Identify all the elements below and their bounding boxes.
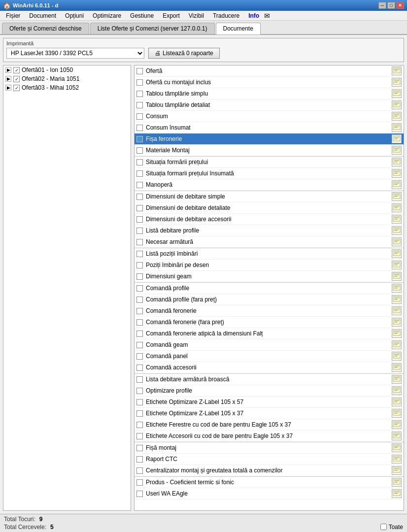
report-settings-icon-20[interactable] (392, 295, 402, 304)
report-item-29[interactable]: Etichete Optimizare Z-Label 105 x 57 (135, 397, 404, 408)
tree-expand-2[interactable]: ▶ (5, 85, 11, 91)
report-settings-icon-6[interactable] (392, 134, 402, 143)
report-checkbox-16[interactable] (136, 251, 143, 257)
report-checkbox-31[interactable] (136, 422, 143, 428)
report-settings-icon-7[interactable] (392, 146, 402, 155)
report-settings-icon-30[interactable] (392, 409, 402, 418)
report-checkbox-32[interactable] (136, 433, 143, 439)
report-settings-icon-35[interactable] (392, 466, 402, 475)
report-checkbox-29[interactable] (136, 399, 143, 405)
list-button[interactable]: 🖨 Listează 0 rapoarte (148, 48, 220, 59)
report-settings-icon-5[interactable] (392, 123, 402, 132)
menu-export[interactable]: Export (159, 11, 184, 20)
report-item-14[interactable]: Listă debitare profile (135, 225, 404, 236)
report-item-30[interactable]: Etichete Optimizare Z-Label 105 x 37 (135, 408, 404, 419)
report-checkbox-21[interactable] (136, 308, 143, 314)
report-checkbox-22[interactable] (136, 319, 143, 326)
report-settings-icon-14[interactable] (392, 226, 402, 235)
tree-expand-0[interactable]: ▶ (5, 67, 11, 73)
report-checkbox-34[interactable] (136, 456, 143, 463)
report-checkbox-25[interactable] (136, 353, 143, 360)
report-settings-icon-15[interactable] (392, 237, 402, 246)
report-settings-icon-23[interactable] (392, 329, 402, 338)
report-settings-icon-3[interactable] (392, 100, 402, 109)
menu-document[interactable]: Document (25, 11, 60, 20)
report-settings-icon-24[interactable] (392, 340, 402, 349)
toate-checkbox[interactable] (380, 524, 387, 530)
report-checkbox-37[interactable] (136, 491, 143, 497)
report-settings-icon-18[interactable] (392, 272, 402, 281)
report-checkbox-10[interactable] (136, 182, 143, 188)
report-item-5[interactable]: Consum însumat (135, 122, 404, 133)
report-settings-icon-17[interactable] (392, 261, 402, 269)
maximize-button[interactable]: □ (387, 2, 395, 9)
tab-liste-oferte[interactable]: Liste Oferte și Comenzi (server 127.0.0.… (90, 23, 215, 34)
report-item-22[interactable]: Comandă feronerie (fara preț) (135, 317, 404, 328)
report-checkbox-33[interactable] (136, 445, 143, 451)
report-settings-icon-36[interactable] (392, 478, 402, 487)
report-settings-icon-4[interactable] (392, 112, 402, 121)
report-checkbox-20[interactable] (136, 297, 143, 303)
report-settings-icon-26[interactable] (392, 363, 402, 372)
report-item-19[interactable]: Comandă profile (135, 282, 404, 294)
report-settings-icon-31[interactable] (392, 420, 402, 429)
menu-fisier[interactable]: Fișier (2, 11, 24, 20)
report-item-7[interactable]: Materiale Montaj (135, 145, 404, 156)
report-checkbox-27[interactable] (136, 376, 143, 383)
close-button[interactable]: ✕ (396, 2, 404, 9)
report-settings-icon-13[interactable] (392, 215, 402, 224)
report-item-20[interactable]: Comandă profile (fara preț) (135, 294, 404, 305)
report-settings-icon-1[interactable] (392, 78, 402, 87)
minimize-button[interactable]: ─ (378, 2, 386, 9)
tree-item-0[interactable]: ▶ Ofertă01 - Ion 1050 (3, 66, 131, 74)
report-checkbox-19[interactable] (136, 285, 143, 292)
report-item-32[interactable]: Etichete Accesorii cu cod de bare pentru… (135, 431, 404, 442)
report-item-25[interactable]: Comandă panel (135, 351, 404, 362)
report-item-13[interactable]: Dimensiuni de debitare accesorii (135, 214, 404, 225)
report-item-6[interactable]: Fișa feronerie (135, 133, 404, 145)
report-item-27[interactable]: Lista debitare armătură broască (135, 373, 404, 385)
report-item-35[interactable]: Centralizator montaj și greutatea totală… (135, 465, 404, 476)
report-item-24[interactable]: Comandă geam (135, 339, 404, 351)
report-settings-icon-29[interactable] (392, 398, 402, 406)
menu-optimizare[interactable]: Optimizare (89, 11, 125, 20)
menu-info[interactable]: Info (244, 11, 263, 20)
report-checkbox-24[interactable] (136, 342, 143, 348)
report-item-8[interactable]: Situația formării prețului (135, 156, 404, 168)
report-checkbox-28[interactable] (136, 388, 143, 394)
report-item-28[interactable]: Optimizare profile (135, 385, 404, 397)
report-settings-icon-9[interactable] (392, 169, 402, 178)
report-settings-icon-19[interactable] (392, 284, 402, 293)
report-checkbox-18[interactable] (136, 273, 143, 280)
report-settings-icon-12[interactable] (392, 203, 402, 212)
report-item-16[interactable]: Listă poziții îmbinări (135, 248, 404, 260)
report-checkbox-36[interactable] (136, 479, 143, 486)
report-settings-icon-16[interactable] (392, 249, 402, 258)
report-settings-icon-27[interactable] (392, 375, 402, 384)
report-item-26[interactable]: Comandă accesorii (135, 362, 404, 373)
menu-vizibil[interactable]: Vizibil (185, 11, 208, 20)
tree-item-2[interactable]: ▶ Ofertă03 - Mihai 1052 (3, 83, 131, 92)
report-item-3[interactable]: Tablou tâmplărie detaliat (135, 100, 404, 111)
report-item-0[interactable]: Ofertă (135, 66, 404, 77)
report-item-21[interactable]: Comandă feronerie (135, 305, 404, 317)
report-checkbox-3[interactable] (136, 102, 143, 108)
report-item-2[interactable]: Tablou tâmplărie simplu (135, 88, 404, 100)
report-item-36[interactable]: Produs - Coeficient termic si fonic (135, 476, 404, 488)
report-checkbox-4[interactable] (136, 113, 143, 120)
report-item-37[interactable]: Useri WA EAgle (135, 488, 404, 499)
menu-gestiune[interactable]: Gestiune (126, 11, 158, 20)
report-settings-icon-22[interactable] (392, 318, 402, 327)
report-checkbox-0[interactable] (136, 68, 143, 74)
report-item-18[interactable]: Dimensiuni geam (135, 271, 404, 282)
report-checkbox-35[interactable] (136, 467, 143, 474)
report-checkbox-7[interactable] (136, 147, 143, 154)
report-item-11[interactable]: Dimensiuni de debitare simple (135, 191, 404, 202)
report-checkbox-13[interactable] (136, 216, 143, 223)
report-checkbox-2[interactable] (136, 91, 143, 97)
report-item-12[interactable]: Dimensiuni de debitare detaliate (135, 202, 404, 214)
report-item-23[interactable]: Comandă feronerie atipică la dimensiuni … (135, 328, 404, 339)
report-checkbox-12[interactable] (136, 205, 143, 211)
report-item-1[interactable]: Ofertă cu montajul inclus (135, 77, 404, 88)
report-checkbox-1[interactable] (136, 79, 143, 86)
